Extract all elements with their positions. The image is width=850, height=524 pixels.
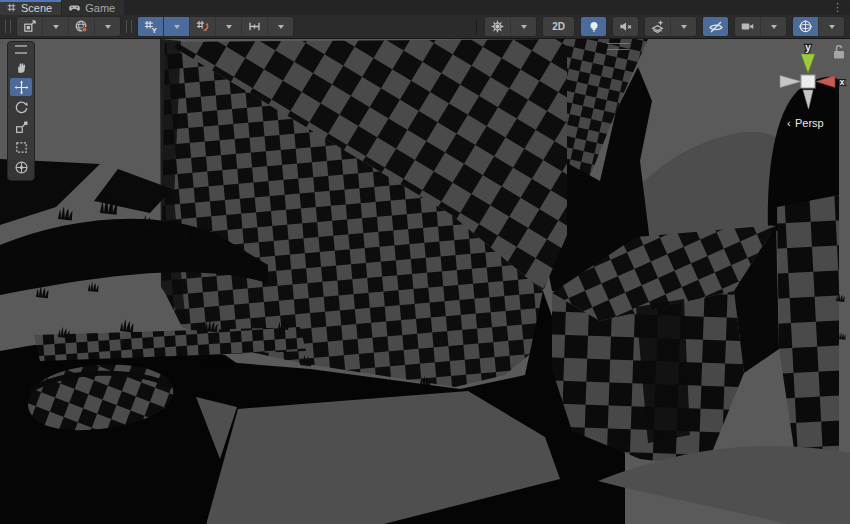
- view-2d-group: 2D: [542, 16, 575, 37]
- scene-visibility-button[interactable]: [703, 17, 728, 36]
- eye-hidden-icon: [708, 19, 724, 35]
- gizmo-axis-y[interactable]: [801, 54, 815, 73]
- fx-toggle-button[interactable]: [645, 17, 670, 36]
- unity-editor-window: Y Scene Game ⋮: [0, 0, 850, 524]
- light-bulb-icon: [587, 20, 601, 34]
- gizmos-toggle-button[interactable]: [793, 17, 818, 36]
- persp-arrow-icon: ‹: [787, 117, 791, 129]
- fx-dropdown[interactable]: [670, 17, 696, 36]
- chevron-down-icon: [174, 25, 180, 29]
- orientation-dropdown[interactable]: [94, 17, 120, 36]
- tab-scene[interactable]: Scene: [0, 0, 61, 15]
- gizmos-dropdown[interactable]: [818, 17, 844, 36]
- grid-snap-group: [137, 16, 294, 37]
- fx-layers-icon: [650, 19, 665, 34]
- move-icon: [14, 80, 29, 95]
- grid-visibility-button[interactable]: [138, 17, 163, 36]
- gizmo-y-label: y: [805, 42, 811, 53]
- tool-move-button[interactable]: [10, 78, 32, 96]
- gizmo-axis-left[interactable]: [780, 76, 801, 88]
- tool-rotate-button[interactable]: [10, 98, 32, 116]
- chevron-down-icon: [278, 25, 284, 29]
- chevron-down-icon: [681, 25, 687, 29]
- effects-sun-dropdown[interactable]: [510, 17, 536, 36]
- tools-overlay: [7, 41, 35, 181]
- lighting-group: [580, 16, 607, 37]
- chevron-down-icon: [226, 25, 232, 29]
- snap-to-grid-dropdown[interactable]: [215, 17, 241, 36]
- gizmo-sphere-icon: [798, 19, 813, 34]
- chevron-down-icon: [771, 25, 777, 29]
- gizmo-axis-down[interactable]: [803, 90, 813, 109]
- 2d-label: 2D: [546, 21, 571, 32]
- orientation-button[interactable]: [68, 17, 94, 36]
- persp-label[interactable]: Persp: [795, 117, 824, 129]
- effects-sun-group: [484, 16, 537, 37]
- scene-canvas[interactable]: [0, 39, 850, 524]
- pivot-mode-button[interactable]: [17, 17, 42, 36]
- tool-scale-button[interactable]: [10, 118, 32, 136]
- audio-toggle-button[interactable]: [613, 17, 638, 36]
- window-menu-icon[interactable]: ⋮: [825, 0, 850, 15]
- tab-scene-label: Scene: [21, 2, 52, 14]
- lock-icon[interactable]: [834, 46, 844, 59]
- grid-y-icon: [143, 19, 158, 34]
- visibility-group: [702, 16, 729, 37]
- grid-visibility-dropdown[interactable]: [163, 17, 189, 36]
- gizmo-axis-x[interactable]: [816, 76, 835, 88]
- hand-icon: [14, 60, 29, 75]
- globe-icon: [74, 19, 89, 34]
- scene-viewport[interactable]: y x ‹ Persp: [0, 39, 850, 524]
- viewport-overlay-handle[interactable]: [607, 43, 629, 50]
- pivot-mode-dropdown[interactable]: [42, 17, 68, 36]
- chevron-down-icon: [829, 25, 835, 29]
- audio-group: [612, 16, 639, 37]
- tools-drag-handle[interactable]: [15, 45, 27, 54]
- fx-group: [644, 16, 697, 37]
- tool-rect-button[interactable]: [10, 138, 32, 156]
- rect-tool-icon: [14, 140, 29, 155]
- camera-dropdown[interactable]: [760, 17, 786, 36]
- snap-grid-icon: [195, 19, 210, 34]
- pivot-center-icon: [22, 19, 37, 34]
- scale-icon: [14, 120, 29, 135]
- effects-sun-button[interactable]: [485, 17, 510, 36]
- overlay-drag-handle[interactable]: [5, 20, 11, 33]
- gizmo-cube[interactable]: [801, 75, 815, 88]
- sun-icon: [490, 19, 505, 34]
- audio-muted-icon: [618, 19, 633, 34]
- camera-group: [734, 16, 787, 37]
- chevron-down-icon: [521, 25, 527, 29]
- lighting-toggle-button[interactable]: [581, 17, 606, 36]
- 2d-toggle-button[interactable]: 2D: [543, 17, 574, 36]
- tab-game-label: Game: [85, 2, 115, 14]
- chevron-down-icon: [53, 25, 59, 29]
- tool-transform-button[interactable]: [10, 158, 32, 176]
- scene-grid-icon: [6, 2, 17, 13]
- camera-icon: [740, 19, 755, 34]
- camera-button[interactable]: [735, 17, 760, 36]
- tab-bar: Scene Game ⋮: [0, 0, 850, 15]
- snap-to-grid-button[interactable]: [189, 17, 215, 36]
- snap-increment-button[interactable]: [241, 17, 267, 36]
- chevron-down-icon: [105, 25, 111, 29]
- tab-game[interactable]: Game: [62, 0, 124, 15]
- rotate-icon: [14, 100, 29, 115]
- transform-icon: [14, 160, 29, 175]
- tool-settings-group: [16, 16, 121, 37]
- overlay-drag-handle[interactable]: [126, 20, 132, 33]
- snap-increment-icon: [247, 19, 262, 34]
- gizmo-x-label: x: [839, 77, 844, 87]
- orientation-gizmo: y x ‹ Persp: [772, 39, 850, 139]
- snap-increment-dropdown[interactable]: [267, 17, 293, 36]
- gizmos-group: [792, 16, 845, 37]
- gamepad-icon: [68, 1, 81, 14]
- scene-toolbar: 2D: [0, 15, 850, 39]
- tool-hand-button[interactable]: [10, 58, 32, 76]
